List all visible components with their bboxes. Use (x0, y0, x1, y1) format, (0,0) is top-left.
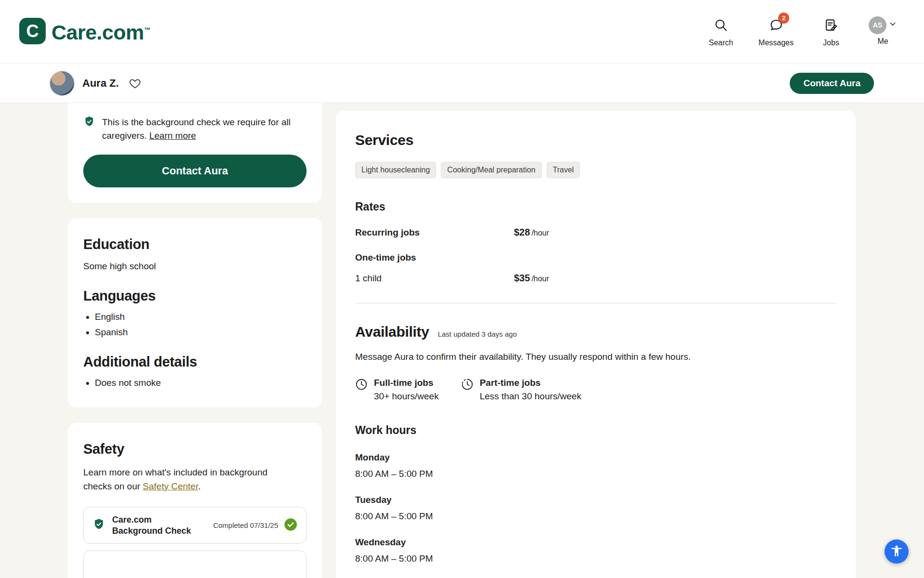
profile-bar: Aura Z. Contact Aura (0, 63, 924, 103)
caregiver-name: Aura Z. (82, 77, 119, 90)
contact-aura-button-main[interactable]: Contact Aura (83, 155, 307, 187)
service-tag: Cooking/Meal preparation (441, 162, 541, 178)
top-header: C Care.com™ Search 2 (0, 0, 924, 63)
services-availability-card: Services Light housecleaning Cooking/Mea… (336, 111, 856, 578)
onetime-rate-value: $35/hour (514, 273, 836, 284)
rates-heading: Rates (355, 200, 836, 213)
onetime-rate-row: 1 child $35/hour (355, 273, 836, 284)
additional-details-heading: Additional details (83, 354, 307, 370)
care-logo[interactable]: C Care.com™ (19, 17, 150, 46)
learn-more-link[interactable]: Learn more (149, 131, 196, 141)
left-column: This is the background check we require … (68, 103, 322, 578)
nav-messages-label: Messages (758, 39, 794, 47)
education-value: Some high school (83, 261, 307, 272)
messages-badge: 2 (778, 13, 789, 24)
nav-jobs-label: Jobs (823, 39, 839, 47)
work-hours-list: Monday 8:00 AM – 5:00 PM Tuesday 8:00 AM… (355, 452, 836, 578)
details-card: Education Some high school Languages Eng… (68, 218, 322, 407)
parttime-jobs: Part-time jobs Less than 30 hours/week (461, 378, 581, 402)
onetime-jobs-row: One-time jobs (355, 252, 836, 263)
accessibility-icon (890, 544, 903, 559)
parttime-desc: Less than 30 hours/week (480, 391, 581, 402)
shield-check-icon (83, 116, 95, 130)
recurring-jobs-label: Recurring jobs (355, 227, 514, 238)
availability-heading: Availability (355, 324, 429, 340)
me-avatar: AS (869, 16, 886, 34)
work-hours-heading: Work hours (355, 424, 836, 437)
work-hours-day: Tuesday 8:00 AM – 5:00 PM (355, 495, 836, 522)
contact-aura-button-bar[interactable]: Contact Aura (790, 73, 874, 94)
caregiver-avatar[interactable] (50, 71, 75, 96)
recurring-rate-row: Recurring jobs $28/hour (355, 227, 836, 238)
nav-me-label: Me (877, 37, 888, 46)
nav-messages[interactable]: 2 Messages (758, 16, 794, 47)
favorite-heart-icon[interactable] (128, 77, 141, 90)
care-logo-icon: C (19, 18, 46, 44)
language-item: Spanish (95, 327, 307, 338)
background-check-completed: Completed 07/31/25 (213, 521, 284, 529)
background-check-info-card: This is the background check we require … (68, 103, 322, 203)
nav-search[interactable]: Search (707, 16, 734, 47)
work-hours-day: Monday 8:00 AM – 5:00 PM (355, 452, 836, 479)
recurring-rate-value: $28/hour (514, 227, 836, 238)
section-divider (355, 303, 836, 303)
onetime-child-label: 1 child (355, 273, 514, 284)
check-circle-icon (284, 518, 297, 533)
languages-heading: Languages (83, 288, 307, 304)
safety-center-link[interactable]: Safety Center (143, 481, 198, 491)
work-hours-day: Wednesday 8:00 AM – 5:00 PM (355, 537, 836, 564)
shield-check-icon (92, 518, 105, 533)
background-check-title: Care.com Background Check (112, 514, 191, 536)
half-clock-icon (461, 378, 474, 391)
service-tag: Light housecleaning (355, 162, 436, 178)
safety-card: Safety Learn more on what's included in … (68, 423, 322, 578)
background-check-row: Care.com Background Check Completed 07/3… (83, 507, 307, 544)
nav-jobs[interactable]: Jobs (818, 16, 845, 47)
nav-me[interactable]: AS Me (869, 16, 897, 46)
chevron-down-icon (888, 20, 897, 30)
languages-list: English Spanish (83, 312, 307, 338)
onetime-jobs-label: One-time jobs (355, 252, 514, 263)
services-heading: Services (355, 132, 836, 148)
trademark-symbol: ™ (144, 26, 151, 34)
accessibility-button[interactable] (885, 539, 909, 564)
nav-search-label: Search (709, 39, 733, 47)
safety-text: Learn more on what's included in backgro… (83, 466, 285, 493)
parttime-label: Part-time jobs (480, 378, 581, 388)
safety-heading: Safety (83, 441, 307, 457)
availability-note: Message Aura to confirm their availabili… (355, 352, 836, 362)
education-heading: Education (83, 236, 307, 252)
additional-detail-item: Does not smoke (95, 378, 307, 388)
service-tag: Travel (547, 162, 580, 178)
fulltime-desc: 30+ hours/week (374, 391, 439, 402)
availability-last-updated: Last updated 3 days ago (438, 330, 517, 338)
brand-name: Care.com™ (51, 17, 150, 46)
availability-header: Availability Last updated 3 days ago (355, 324, 836, 340)
background-check-note: This is the background check we require … (102, 116, 304, 142)
care-logo-letter: C (26, 21, 39, 41)
background-check-row-partial (83, 551, 307, 578)
main-content: This is the background check we require … (0, 103, 924, 578)
fulltime-jobs: Full-time jobs 30+ hours/week (355, 378, 439, 402)
fulltime-label: Full-time jobs (374, 378, 439, 388)
additional-details-list: Does not smoke (83, 378, 307, 388)
service-tags: Light housecleaning Cooking/Meal prepara… (355, 162, 836, 178)
job-types: Full-time jobs 30+ hours/week Part-time … (355, 378, 836, 402)
search-icon (714, 18, 728, 34)
clock-icon (355, 378, 368, 391)
top-nav: Search 2 Messages (707, 16, 897, 47)
jobs-icon (824, 18, 838, 34)
language-item: English (95, 312, 307, 322)
